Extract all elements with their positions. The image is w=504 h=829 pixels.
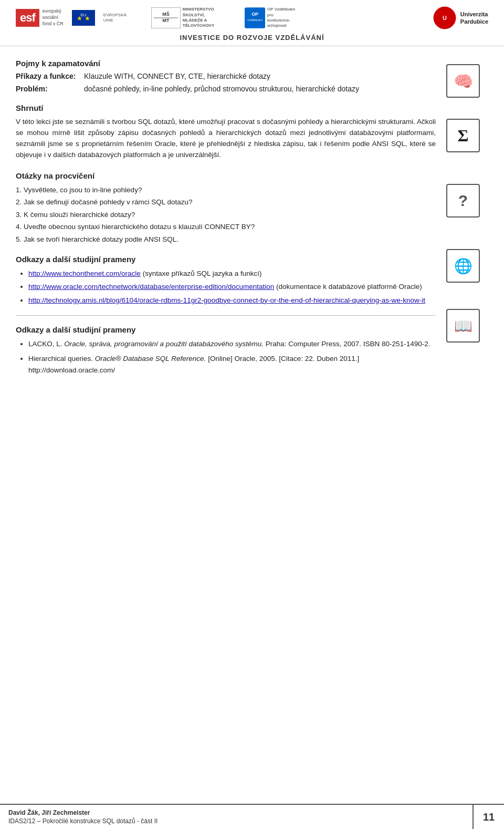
link-item-3: http://technology.amis.nl/blog/6104/orac… [28,295,436,306]
problem-value: dočasné pohledy, in-line pohledy, průcho… [84,85,359,93]
problem-row: Problém: dočasné pohledy, in-line pohled… [16,85,436,93]
link-2-url[interactable]: http://www.oracle.com/technetwork/databa… [28,283,274,291]
footer-page: 11 [472,805,504,829]
content-divider [16,315,436,316]
footer-author: David Žák, Jiří Zechmeister [8,809,464,816]
footer: David Žák, Jiří Zechmeister IDAS2/12 – P… [0,804,504,829]
sidebar-icons: 🧠 Σ ? 🌐 📖 [446,59,488,793]
refs-list: LACKO, L. Oracle, správa, programování a… [16,338,436,376]
brain-icon: 🧠 [454,72,473,90]
svg-text:OP: OP [251,12,258,17]
prikazy-row: Příkazy a funkce: Klauzule WITH, CONNECT… [16,72,436,80]
ref-2-title: Oracle® Database SQL Reference. [95,355,206,362]
upce-text: UniverzitaPardubice [460,11,488,26]
book-icon-box: 📖 [446,309,480,343]
globe-icon-box: 🌐 [446,249,480,283]
msmt-text: MINISTERSTVO ŠKOLSTVÍ,MLÁDEŽE A TĚLOVÝCH… [183,7,230,29]
esf-text: evropský sociální fond v ČR [43,8,64,27]
esf-logo: esf evropský sociální fond v ČR [16,8,64,27]
question-icon: ? [458,192,468,210]
svg-text:MT: MT [162,18,169,23]
ref-1-rest: Praha: Computer Press, 2007. ISBN 80-251… [266,340,430,348]
question-3: 3. K čemu slouží hierarchické dotazy? [16,209,436,221]
msmt-svg: MŠ MT [151,7,181,28]
prikazy-value: Klauzule WITH, CONNECT BY, CTE, hierarch… [84,72,270,80]
eu-label: EVROPSKÁ UNIE [103,13,132,24]
ref-2-author: Hierarchical queries. [28,355,95,362]
main-text-area: Pojmy k zapamatování Příkazy a funkce: K… [16,59,446,793]
ref-item-1: LACKO, L. Oracle, správa, programování a… [28,338,436,350]
page: esf evropský sociální fond v ČR ★ ★ EU E… [0,0,504,829]
link-1-suffix: (syntaxe příkazů SQL jazyka a funkcí) [143,270,262,277]
brain-icon-box: 🧠 [446,64,480,98]
globe-icon: 🌐 [454,257,472,275]
link-item-1: http://www.techonthenet.com/oracle (synt… [28,268,436,279]
links1-title: Odkazy a další studijní prameny [16,255,436,264]
question-2: 2. Jak se definují dočasné pohledy v rám… [16,196,436,208]
ref-1-title: Oracle, správa, programování a použití d… [64,340,264,348]
link-1-url[interactable]: http://www.techonthenet.com/oracle [28,270,141,277]
prikazy-label: Příkazy a funkce: [16,72,84,80]
svg-text:U: U [443,15,447,21]
op-svg: OP Vzdělávání [245,7,265,28]
footer-left: David Žák, Jiří Zechmeister IDAS2/12 – P… [0,805,472,829]
eu-stars-logo: ★ ★ EU [72,10,95,26]
svg-text:MŠ: MŠ [162,11,170,17]
links1-section: Odkazy a další studijní prameny http://w… [16,255,436,306]
otazky-section: Otázky na procvičení 1. Vysvětlete, co j… [16,171,436,245]
refs-title: Odkazy a další studijní prameny [16,325,436,334]
upce-logo: U UniverzitaPardubice [433,6,488,29]
refs-section: Odkazy a další studijní prameny LACKO, L… [16,325,436,376]
op-text: OP Vzdělávánípro konkurence-schopnost [267,7,297,29]
link-item-2: http://www.oracle.com/technetwork/databa… [28,281,436,293]
question-icon-box: ? [446,184,480,217]
sigma-icon: Σ [458,126,469,146]
problem-label: Problém: [16,85,84,93]
pojmy-title: Pojmy k zapamatování [16,59,436,68]
question-4: 4. Uveďte obecnou syntaxi hierarchického… [16,221,436,233]
book-icon: 📖 [454,317,472,335]
question-1: 1. Vysvětlete, co jsou to in-line pohled… [16,184,436,196]
shrnuti-text: V této lekci jste se seznámili s tvorbou… [16,117,436,161]
otazky-title: Otázky na procvičení [16,171,436,180]
upce-svg: U [433,6,456,29]
main-content: Pojmy k zapamatování Příkazy a funkce: K… [0,46,504,804]
question-5: 5. Jak se tvoří hierarchické dotazy podl… [16,234,436,245]
sigma-icon-box: Σ [446,119,480,152]
ref-item-2: Hierarchical queries. Oracle® Database S… [28,353,436,376]
svg-text:EU: EU [80,13,86,17]
shrnuti-title: Shrnutí [16,103,436,112]
header-logos: esf evropský sociální fond v ČR ★ ★ EU E… [16,6,488,29]
ref-1-author: LACKO, L. [28,340,64,348]
op-logo: OP Vzdělávání OP Vzdělávánípro konkurenc… [245,7,297,29]
links1-list: http://www.techonthenet.com/oracle (synt… [16,268,436,306]
footer-course: IDAS2/12 – Pokročilé konstrukce SQL dota… [8,817,464,825]
questions-list: 1. Vysvětlete, co jsou to in-line pohled… [16,184,436,245]
investice-title: INVESTICE DO ROZVOJE VZDĚLÁVÁNÍ [16,34,488,42]
msmt-logo: MŠ MT MINISTERSTVO ŠKOLSTVÍ,MLÁDEŽE A TĚ… [151,7,230,29]
esf-box: esf [16,9,39,27]
header: esf evropský sociální fond v ČR ★ ★ EU E… [0,0,504,46]
link-3-url[interactable]: http://technology.amis.nl/blog/6104/orac… [28,296,425,304]
link-2-suffix: (dokumentace k databázové platformě Orac… [276,283,422,291]
svg-text:Vzdělávání: Vzdělávání [247,18,262,22]
